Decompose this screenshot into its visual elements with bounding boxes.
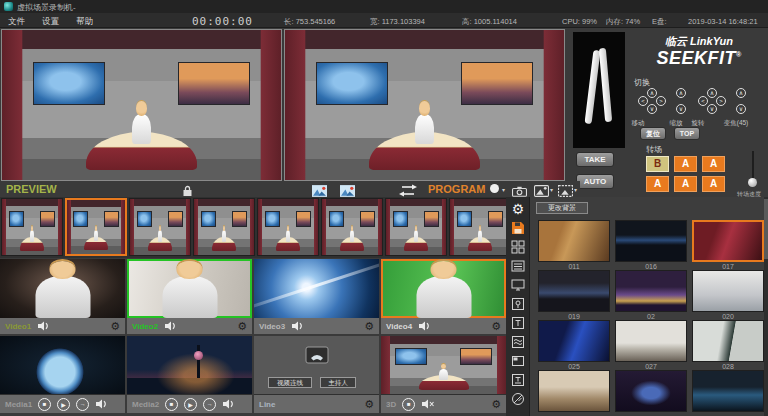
arrow-right-icon[interactable]: > bbox=[716, 96, 726, 106]
camera-snapshot-icon[interactable] bbox=[512, 183, 530, 195]
play-button[interactable]: ▶ bbox=[57, 398, 70, 411]
gallery-item[interactable]: 020 bbox=[692, 270, 764, 320]
auto-button[interactable]: AUTO bbox=[576, 174, 614, 189]
gallery-item[interactable]: 025 bbox=[538, 320, 610, 370]
transition-button-a[interactable]: A bbox=[702, 176, 725, 192]
gear-icon[interactable]: ⚙ bbox=[491, 399, 501, 409]
arrow-up-icon[interactable]: ∧ bbox=[707, 88, 717, 98]
source-media2[interactable]: Media2 ■ ▶ → bbox=[127, 336, 252, 413]
subtitle-icon[interactable] bbox=[510, 372, 526, 388]
playlist-icon[interactable] bbox=[510, 258, 526, 274]
speaker-icon[interactable] bbox=[222, 399, 236, 409]
gallery-item[interactable]: 028 bbox=[692, 320, 764, 370]
next-button[interactable]: → bbox=[203, 398, 216, 411]
gear-icon[interactable]: ⚙ bbox=[364, 321, 374, 331]
settings-gear-icon[interactable]: ⚙ bbox=[510, 201, 526, 217]
transition-button-a[interactable]: A bbox=[674, 156, 697, 172]
gallery-item[interactable] bbox=[538, 370, 610, 413]
change-background-tab[interactable]: 更改背景 bbox=[536, 202, 588, 214]
host-button[interactable]: 主持人 bbox=[320, 377, 356, 388]
mask-icon[interactable] bbox=[510, 391, 526, 407]
lock-icon[interactable] bbox=[182, 183, 193, 195]
top-button[interactable]: TOP bbox=[674, 127, 700, 140]
arrow-up-icon[interactable]: ∧ bbox=[736, 88, 746, 98]
arrow-right-icon[interactable]: > bbox=[656, 96, 666, 106]
shot-thumbnail[interactable] bbox=[129, 198, 191, 256]
shot-thumbnail[interactable] bbox=[385, 198, 447, 256]
gear-icon[interactable]: ⚙ bbox=[110, 321, 120, 331]
speaker-icon[interactable] bbox=[164, 321, 178, 331]
arrow-left-icon[interactable]: < bbox=[638, 96, 648, 106]
stop-button[interactable]: ■ bbox=[402, 398, 415, 411]
gallery-item[interactable]: 016 bbox=[615, 220, 687, 270]
layers-icon[interactable] bbox=[510, 334, 526, 350]
gallery-item[interactable]: 019 bbox=[538, 270, 610, 320]
gallery-item-selected[interactable]: 017 bbox=[692, 220, 764, 270]
shot-thumbnail[interactable] bbox=[193, 198, 255, 256]
shot-thumbnail[interactable] bbox=[1, 198, 63, 256]
swap-transition-icon[interactable] bbox=[396, 183, 420, 195]
gallery-item[interactable]: 027 bbox=[615, 320, 687, 370]
gallery-item[interactable] bbox=[692, 370, 764, 413]
save-icon[interactable] bbox=[510, 220, 526, 236]
image-layer-icon[interactable] bbox=[340, 183, 358, 195]
source-video4[interactable]: Video4 ⚙ bbox=[381, 259, 506, 334]
record-icon[interactable] bbox=[490, 184, 499, 193]
gear-icon[interactable]: ⚙ bbox=[237, 321, 247, 331]
shot-thumbnail[interactable] bbox=[257, 198, 319, 256]
media2-preview[interactable] bbox=[127, 336, 252, 394]
image-output-dropdown-icon[interactable]: ▾ bbox=[550, 186, 553, 193]
gear-icon[interactable]: ⚙ bbox=[491, 321, 501, 331]
arrow-left-icon[interactable]: < bbox=[698, 96, 708, 106]
transition-button-a[interactable]: A bbox=[674, 176, 697, 192]
source-video1[interactable]: Video1 ⚙ bbox=[0, 259, 125, 334]
shot-thumbnail-selected[interactable] bbox=[65, 198, 127, 256]
source-media1[interactable]: Media1 ■ ▶ → bbox=[0, 336, 125, 413]
picture-mode-dropdown-icon[interactable]: ▾ bbox=[574, 186, 577, 193]
video3-preview[interactable] bbox=[254, 259, 379, 318]
gallery-item[interactable] bbox=[615, 370, 687, 413]
frame-icon[interactable] bbox=[510, 353, 526, 369]
preview-monitor[interactable] bbox=[1, 29, 282, 181]
transition-button-a[interactable]: A bbox=[646, 176, 669, 192]
arrow-up-icon[interactable]: ∧ bbox=[647, 88, 657, 98]
speaker-muted-icon[interactable] bbox=[421, 399, 435, 409]
source-line[interactable]: 视频连线 主持人 Line ⚙ bbox=[254, 336, 379, 413]
take-button[interactable]: TAKE bbox=[576, 152, 614, 167]
3d-preview[interactable] bbox=[381, 336, 506, 394]
video1-preview[interactable] bbox=[0, 259, 125, 318]
source-3d[interactable]: 3D ■ ⚙ bbox=[381, 336, 506, 413]
shot-thumbnail[interactable] bbox=[321, 198, 383, 256]
program-monitor[interactable] bbox=[284, 29, 565, 181]
shot-thumbnail[interactable] bbox=[449, 198, 511, 256]
transition-button-a[interactable]: A bbox=[702, 156, 725, 172]
speaker-icon[interactable] bbox=[95, 399, 109, 409]
slider-knob[interactable] bbox=[748, 178, 757, 187]
arrow-up-icon[interactable]: ∧ bbox=[676, 88, 686, 98]
image-layer-icon[interactable] bbox=[312, 183, 330, 195]
arrow-down-icon[interactable]: ∨ bbox=[676, 104, 686, 114]
arrow-down-icon[interactable]: ∨ bbox=[707, 104, 717, 114]
source-video2[interactable]: Video2 ⚙ bbox=[127, 259, 252, 334]
transition-button-b[interactable]: B bbox=[646, 156, 669, 172]
gallery-scrollbar[interactable] bbox=[764, 197, 768, 416]
next-button[interactable]: → bbox=[76, 398, 89, 411]
menu-settings[interactable]: 设置 bbox=[42, 16, 59, 28]
play-button[interactable]: ▶ bbox=[184, 398, 197, 411]
gear-icon[interactable]: ⚙ bbox=[364, 399, 374, 409]
reset-button[interactable]: 复位 bbox=[640, 127, 666, 140]
line-preview[interactable]: 视频连线 主持人 bbox=[254, 336, 379, 394]
chroma-key-icon[interactable] bbox=[510, 296, 526, 312]
gallery-item[interactable]: 011 bbox=[538, 220, 610, 270]
video-call-button[interactable]: 视频连线 bbox=[268, 377, 312, 388]
menu-file[interactable]: 文件 bbox=[8, 16, 25, 28]
video2-preview[interactable] bbox=[127, 259, 252, 318]
speaker-icon[interactable] bbox=[37, 321, 51, 331]
media1-preview[interactable] bbox=[0, 336, 125, 394]
multiview-icon[interactable] bbox=[510, 239, 526, 255]
source-video3[interactable]: Video3 ⚙ bbox=[254, 259, 379, 334]
menu-help[interactable]: 帮助 bbox=[76, 16, 93, 28]
video4-preview[interactable] bbox=[381, 259, 506, 318]
speaker-icon[interactable] bbox=[291, 321, 305, 331]
text-tool-icon[interactable] bbox=[510, 315, 526, 331]
